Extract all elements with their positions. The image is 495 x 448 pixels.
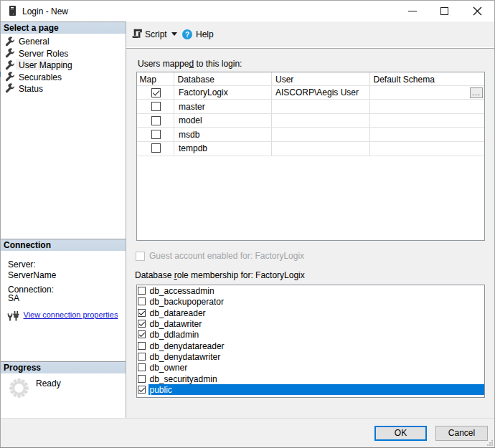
- svg-text:?: ?: [185, 31, 189, 39]
